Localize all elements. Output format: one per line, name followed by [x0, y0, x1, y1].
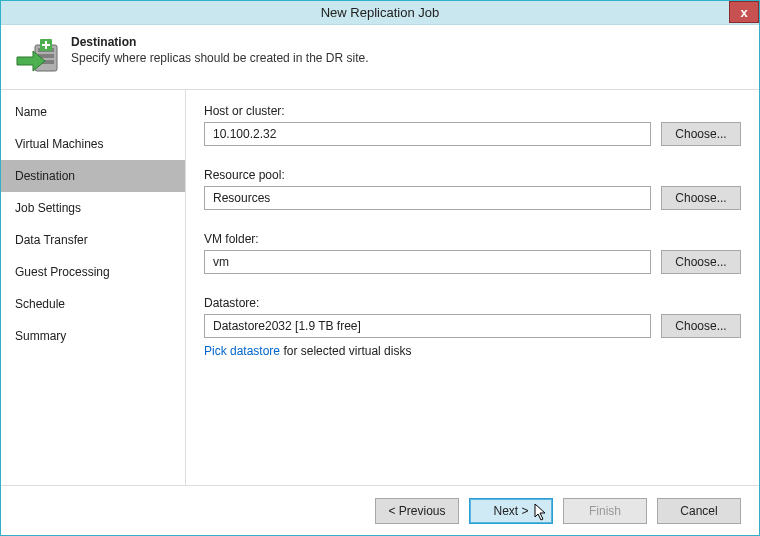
close-icon: x: [740, 5, 747, 20]
step-job-settings[interactable]: Job Settings: [1, 192, 185, 224]
step-data-transfer[interactable]: Data Transfer: [1, 224, 185, 256]
host-input[interactable]: [204, 122, 651, 146]
step-guest-processing[interactable]: Guest Processing: [1, 256, 185, 288]
pick-datastore-suffix: for selected virtual disks: [280, 344, 411, 358]
header-text: Destination Specify where replicas shoul…: [71, 35, 369, 65]
wizard-window: New Replication Job x Destination Specif…: [0, 0, 760, 536]
next-button[interactable]: Next >: [469, 498, 553, 524]
header-title: Destination: [71, 35, 369, 49]
window-title: New Replication Job: [321, 5, 440, 20]
svg-marker-8: [535, 504, 545, 520]
svg-rect-6: [42, 44, 50, 46]
titlebar: New Replication Job x: [1, 1, 759, 25]
step-name[interactable]: Name: [1, 96, 185, 128]
folder-input[interactable]: [204, 250, 651, 274]
folder-choose-button[interactable]: Choose...: [661, 250, 741, 274]
pool-label: Resource pool:: [204, 168, 741, 182]
pool-input[interactable]: [204, 186, 651, 210]
host-label: Host or cluster:: [204, 104, 741, 118]
host-choose-button[interactable]: Choose...: [661, 122, 741, 146]
cancel-button[interactable]: Cancel: [657, 498, 741, 524]
cursor-icon: [534, 503, 548, 521]
folder-group: VM folder: Choose...: [204, 232, 741, 274]
datastore-group: Datastore: Choose... Pick datastore for …: [204, 296, 741, 358]
datastore-label: Datastore:: [204, 296, 741, 310]
wizard-header: Destination Specify where replicas shoul…: [1, 25, 759, 89]
wizard-main: Host or cluster: Choose... Resource pool…: [186, 90, 759, 485]
step-summary[interactable]: Summary: [1, 320, 185, 352]
step-destination[interactable]: Destination: [1, 160, 185, 192]
pool-group: Resource pool: Choose...: [204, 168, 741, 210]
pick-datastore-link[interactable]: Pick datastore: [204, 344, 280, 358]
datastore-input[interactable]: [204, 314, 651, 338]
folder-label: VM folder:: [204, 232, 741, 246]
wizard-body: Name Virtual Machines Destination Job Se…: [1, 89, 759, 485]
pool-choose-button[interactable]: Choose...: [661, 186, 741, 210]
header-subtitle: Specify where replicas should be created…: [71, 51, 369, 65]
pick-datastore-row: Pick datastore for selected virtual disk…: [204, 344, 741, 358]
wizard-footer: < Previous Next > Finish Cancel: [1, 485, 759, 535]
step-schedule[interactable]: Schedule: [1, 288, 185, 320]
close-button[interactable]: x: [729, 1, 759, 23]
host-group: Host or cluster: Choose...: [204, 104, 741, 146]
previous-button[interactable]: < Previous: [375, 498, 459, 524]
wizard-sidebar: Name Virtual Machines Destination Job Se…: [1, 90, 186, 485]
destination-icon: [15, 35, 59, 79]
finish-button: Finish: [563, 498, 647, 524]
step-virtual-machines[interactable]: Virtual Machines: [1, 128, 185, 160]
next-button-label: Next >: [493, 504, 528, 518]
datastore-choose-button[interactable]: Choose...: [661, 314, 741, 338]
